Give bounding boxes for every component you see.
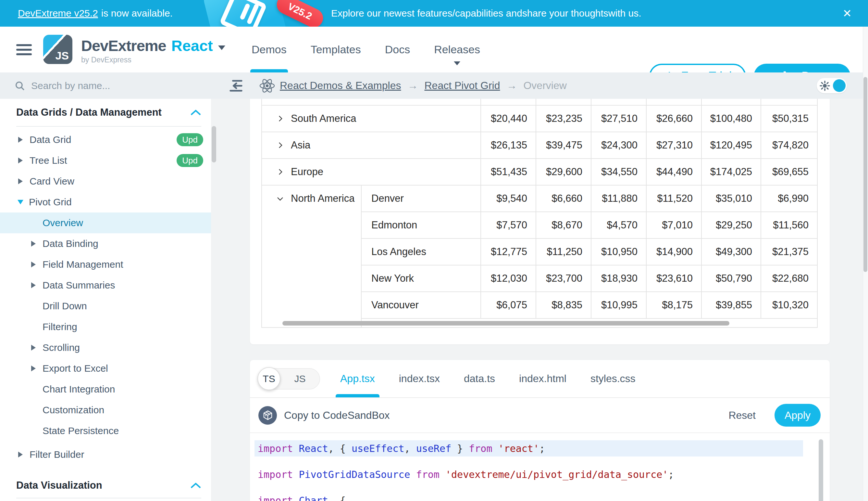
table-cell[interactable]: $10,995 — [591, 292, 646, 318]
table-cell[interactable]: $120,495 — [702, 132, 761, 159]
sidebar-item-filtering[interactable]: Filtering — [0, 317, 211, 337]
table-cell[interactable]: $11,520 — [646, 185, 702, 212]
table-cell[interactable]: $23,610 — [646, 265, 702, 292]
table-cell[interactable]: $10,950 — [591, 238, 646, 265]
sidebar-item-tree-list[interactable]: Tree ListUpd — [0, 150, 211, 171]
table-cell[interactable]: $14,900 — [646, 238, 702, 265]
close-icon[interactable]: ✕ — [843, 0, 852, 26]
share-thoughts-link[interactable]: share your thoughts — [522, 8, 608, 19]
table-cell[interactable]: $24,300 — [591, 132, 646, 159]
table-cell[interactable]: $26,660 — [646, 105, 702, 132]
page-scrollbar[interactable] — [863, 26, 868, 501]
table-cell[interactable]: $100,480 — [702, 105, 761, 132]
chevron-up-icon[interactable] — [190, 482, 201, 489]
ts-option[interactable]: TS — [257, 367, 281, 390]
chevron-right-icon[interactable] — [277, 168, 284, 175]
sidebar-section-data-visualization[interactable]: Data Visualization — [16, 473, 201, 498]
table-cell[interactable]: $8,670 — [536, 212, 591, 238]
code-editor[interactable]: import React, { useEffect, useRef } from… — [250, 433, 830, 501]
sidebar-item-state-persistence[interactable]: State Persistence — [0, 420, 211, 441]
sidebar-item-overview[interactable]: Overview — [0, 213, 211, 233]
table-cell[interactable]: $8,835 — [536, 292, 591, 318]
row-header-city[interactable]: Edmonton — [361, 212, 481, 238]
chevron-down-icon[interactable] — [277, 195, 284, 202]
chevron-right-icon[interactable] — [277, 142, 284, 149]
code-scrollbar-thumb[interactable] — [818, 439, 823, 501]
row-header-city[interactable]: Vancouver — [361, 292, 481, 318]
nav-templates[interactable]: Templates — [311, 26, 361, 73]
breadcrumb-demos-link[interactable]: React Demos & Examples — [280, 79, 401, 92]
devextreme-js-logo[interactable]: JS — [43, 35, 73, 64]
table-cell[interactable]: $20,440 — [481, 105, 536, 132]
table-cell[interactable]: $12,775 — [481, 238, 536, 265]
table-cell[interactable]: $29,600 — [536, 159, 591, 185]
sidebar-item-data-binding[interactable]: Data Binding — [0, 233, 211, 254]
table-cell[interactable]: $23,235 — [536, 105, 591, 132]
horizontal-scrollbar-thumb[interactable] — [283, 321, 729, 326]
codesandbox-icon[interactable] — [259, 406, 277, 425]
table-cell[interactable]: $6,075 — [481, 292, 536, 318]
row-header-expanded[interactable]: North America — [262, 185, 361, 212]
row-header[interactable]: Asia — [262, 139, 481, 151]
table-cell[interactable]: $11,250 — [536, 238, 591, 265]
chevron-right-icon[interactable] — [277, 115, 284, 122]
table-cell[interactable]: $6,990 — [761, 185, 817, 212]
table-cell[interactable]: $27,310 — [646, 132, 702, 159]
brand-block[interactable]: DevExtreme React by DevExpress — [81, 37, 225, 64]
row-header[interactable]: Europe — [262, 166, 481, 178]
hamburger-menu-icon[interactable] — [16, 44, 32, 58]
sidebar-scrollbar-thumb[interactable] — [212, 126, 216, 162]
sidebar-item-data-summaries[interactable]: Data Summaries — [0, 275, 211, 296]
version-link[interactable]: DevExtreme v25.2 — [18, 8, 98, 19]
table-cell[interactable]: $11,560 — [761, 212, 817, 238]
table-cell[interactable]: $50,315 — [761, 105, 817, 132]
table-cell[interactable]: $18,930 — [591, 265, 646, 292]
sidebar-item-filter-builder[interactable]: Filter Builder — [0, 443, 211, 466]
sidebar-item-field-management[interactable]: Field Management — [0, 254, 211, 275]
chevron-down-icon[interactable] — [218, 45, 225, 50]
table-cell[interactable]: $10,320 — [761, 292, 817, 318]
tab-index-html[interactable]: index.html — [519, 360, 567, 397]
table-cell[interactable]: $74,820 — [761, 132, 817, 159]
sidebar-item-export-to-excel[interactable]: Export to Excel — [0, 358, 211, 379]
table-cell[interactable]: $26,135 — [481, 132, 536, 159]
table-cell[interactable]: $39,475 — [536, 132, 591, 159]
nav-releases[interactable]: Releases — [434, 26, 480, 73]
sidebar-item-chart-integration[interactable]: Chart Integration — [0, 379, 211, 399]
chevron-up-icon[interactable] — [190, 109, 201, 116]
sidebar-item-card-view[interactable]: Card View — [0, 171, 211, 192]
table-cell[interactable]: $44,490 — [646, 159, 702, 185]
js-option[interactable]: JS — [281, 373, 319, 384]
table-cell[interactable]: $22,680 — [761, 265, 817, 292]
table-cell[interactable]: $21,375 — [761, 238, 817, 265]
table-cell[interactable]: $29,250 — [702, 212, 761, 238]
language-toggle[interactable]: TS JS — [258, 368, 320, 390]
table-cell[interactable]: $7,570 — [481, 212, 536, 238]
sidebar-item-pivot-grid[interactable]: Pivot Grid — [0, 192, 211, 213]
table-cell[interactable]: $69,655 — [761, 159, 817, 185]
theme-toggle-knob[interactable] — [833, 79, 846, 92]
sidebar-item-data-grid[interactable]: Data GridUpd — [0, 129, 211, 150]
row-header[interactable]: South America — [262, 113, 481, 125]
sidebar-search[interactable]: Search by name... — [14, 73, 110, 99]
breadcrumb-pivot-grid-link[interactable]: React Pivot Grid — [424, 79, 500, 92]
nav-docs[interactable]: Docs — [385, 26, 410, 73]
tab-data-ts[interactable]: data.ts — [464, 360, 495, 397]
sidebar-section-data-grids[interactable]: Data Grids / Data Management — [16, 99, 201, 127]
table-cell[interactable]: $11,880 — [591, 185, 646, 212]
sidebar-item-customization[interactable]: Customization — [0, 399, 211, 420]
table-cell[interactable]: $23,700 — [536, 265, 591, 292]
theme-toggle[interactable] — [817, 78, 847, 93]
table-cell[interactable]: $34,550 — [591, 159, 646, 185]
table-cell[interactable]: $174,025 — [702, 159, 761, 185]
table-cell[interactable]: $51,435 — [481, 159, 536, 185]
table-cell[interactable]: $50,790 — [702, 265, 761, 292]
table-cell[interactable]: $12,030 — [481, 265, 536, 292]
table-cell[interactable]: $7,010 — [646, 212, 702, 238]
table-cell[interactable]: $27,510 — [591, 105, 646, 132]
page-scrollbar-thumb[interactable] — [864, 77, 867, 272]
copy-to-codesandbox-label[interactable]: Copy to CodeSandBox — [284, 409, 390, 422]
row-header-city[interactable]: New York — [361, 265, 481, 292]
table-cell[interactable]: $9,540 — [481, 185, 536, 212]
table-cell[interactable]: $6,660 — [536, 185, 591, 212]
